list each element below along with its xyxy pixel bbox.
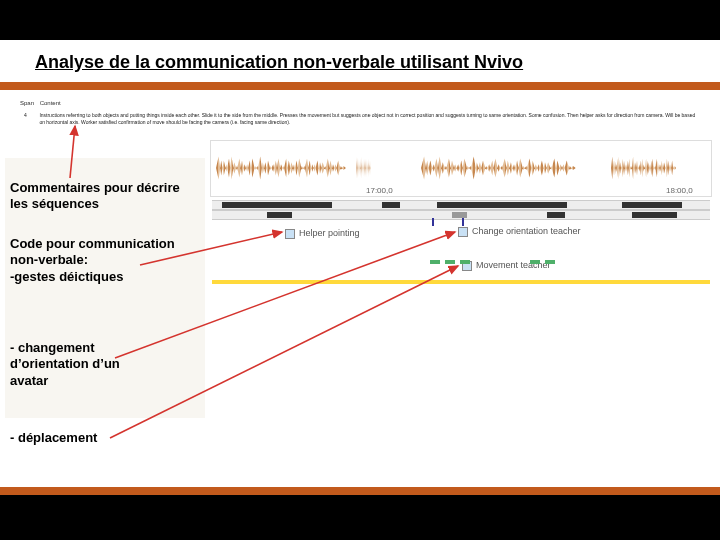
- track-segment: [382, 202, 400, 208]
- marker-tick: [462, 218, 464, 226]
- orange-divider-bottom: [0, 487, 720, 495]
- highlight-line: [212, 280, 710, 284]
- wave-segment: [421, 149, 576, 187]
- code-label-change-orientation: Change orientation teacher: [458, 226, 581, 237]
- annotation-code-gestes: Code pour communication non-verbale: -ge…: [10, 236, 205, 285]
- track-segment: [452, 212, 467, 218]
- code-text: Helper pointing: [299, 228, 360, 238]
- page-title: Analyse de la communication non-verbale …: [35, 52, 523, 73]
- orange-divider-top: [0, 82, 720, 90]
- row-text: Instructions referring to both objects a…: [39, 112, 699, 126]
- checkbox-icon: [458, 227, 468, 237]
- marker-tick: [432, 218, 434, 226]
- col-span-header: Span: [20, 100, 38, 106]
- track-segment: [547, 212, 565, 218]
- track-segment: [267, 212, 292, 218]
- code-label-helper-pointing: Helper pointing: [285, 228, 360, 239]
- code-track: [212, 200, 710, 210]
- bottom-black-bar: [0, 495, 720, 540]
- code-track: [212, 210, 710, 220]
- time-label: 17:00,0: [366, 186, 393, 195]
- top-black-bar: [0, 0, 720, 40]
- annotation-comments: Commentaires pour décrire les séquences: [10, 180, 200, 213]
- track-segment: [632, 212, 677, 218]
- wave-segment: [356, 149, 371, 187]
- movement-markers: [530, 260, 555, 264]
- track-segment: [222, 202, 332, 208]
- track-segment: [622, 202, 682, 208]
- row-id: 4: [24, 112, 38, 119]
- nvivo-table-header: Span Content: [20, 100, 61, 106]
- annotation-orientation: - changement d’orientation d’un avatar: [10, 340, 150, 389]
- wave-segment: [611, 149, 676, 187]
- checkbox-icon: [285, 229, 295, 239]
- movement-markers: [430, 260, 470, 264]
- nvivo-table-row: 4 Instructions referring to both objects…: [24, 112, 704, 126]
- audio-waveform: 17:00,0 18:00,0: [210, 140, 712, 197]
- col-content-header: Content: [40, 100, 61, 106]
- annotation-deplacement: - déplacement: [10, 430, 140, 446]
- code-text: Change orientation teacher: [472, 226, 581, 236]
- time-label: 18:00,0: [666, 186, 693, 195]
- wave-segment: [216, 149, 346, 187]
- track-segment: [437, 202, 567, 208]
